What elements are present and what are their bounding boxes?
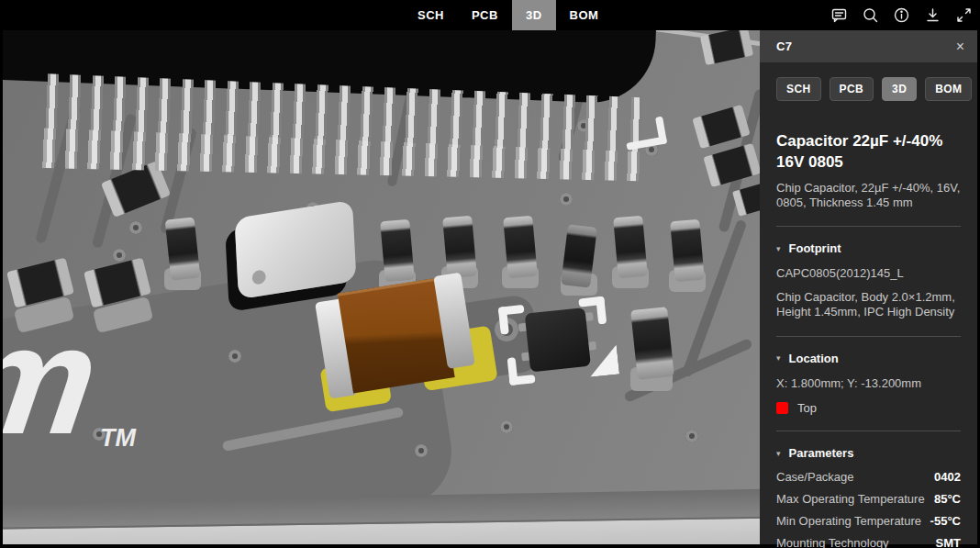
smd-capacitor[interactable] (503, 216, 538, 279)
parameter-value: SMT (936, 536, 961, 548)
comment-icon[interactable] (830, 6, 848, 24)
location-section: ▾ Location X: 1.800mm; Y: -13.200mm Top (776, 337, 961, 416)
parameter-list: Case/Package 0402 Max Operating Temperat… (776, 465, 961, 548)
smd-capacitor[interactable] (380, 219, 415, 283)
location-section-label: Location (789, 352, 839, 365)
footprint-description: Chip Capacitor, Body 2.0×1.2mm, Height 1… (776, 290, 961, 320)
chevron-down-icon: ▾ (776, 449, 781, 458)
top-bar: SCH PCB 3D BOM (0, 0, 980, 30)
tab-pcb[interactable]: PCB (458, 0, 512, 30)
parameter-label: Min Operating Temperature (776, 514, 921, 528)
parameter-label: Max Operating Temperature (776, 492, 925, 506)
component-designator: C7 (776, 39, 956, 53)
chevron-down-icon: ▾ (776, 353, 781, 363)
component-description: Chip Capacitor, 22µF +/-40%, 16V, 0805, … (776, 181, 961, 210)
parameter-value: -55°C (930, 514, 961, 528)
close-icon[interactable]: × (956, 39, 964, 54)
pcb-via (500, 420, 513, 433)
parameters-section: ▾ Parameters Case/Package 0402 Max Opera… (776, 431, 961, 548)
parameter-row: Mounting Technology SMT (776, 531, 961, 548)
panel-tab-bom[interactable]: BOM (925, 77, 972, 101)
footprint-section: ▾ Footprint CAPC0805(2012)145_L Chip Cap… (776, 227, 961, 320)
pcb-via (113, 249, 126, 262)
location-section-header[interactable]: ▾ Location (776, 352, 961, 365)
tab-sch[interactable]: SCH (404, 0, 458, 30)
parameter-row: Max Operating Temperature 85°C (776, 487, 961, 509)
sot-package-group[interactable] (497, 286, 623, 397)
toolbar (830, 0, 973, 30)
footprint-section-header[interactable]: ▾ Footprint (776, 241, 961, 255)
parameters-section-label: Parameters (789, 446, 854, 460)
parameter-value: 0402 (934, 470, 961, 484)
panel-body: Capacitor 22µF +/-40% 16V 0805 Chip Capa… (760, 130, 977, 548)
chevron-down-icon: ▾ (776, 244, 781, 253)
silkscreen-logo-tm: TM (100, 424, 136, 453)
smd-capacitor[interactable] (442, 216, 477, 279)
parameters-section-header[interactable]: ▾ Parameters (776, 446, 961, 460)
smd-chip[interactable] (703, 143, 761, 187)
download-icon[interactable] (924, 6, 941, 24)
footprint-section-label: Footprint (789, 241, 841, 255)
component-name: Capacitor 22µF +/-40% 16V 0805 (776, 130, 961, 173)
view-tabs: SCH PCB 3D BOM (404, 0, 612, 30)
smd-capacitor[interactable] (613, 216, 648, 279)
pcb-via (228, 350, 241, 363)
viewer-window: m TM (0, 0, 980, 548)
info-icon[interactable] (893, 6, 910, 24)
parameter-label: Mounting Technology (776, 536, 889, 548)
parameter-value: 85°C (934, 492, 961, 506)
sot-body (525, 308, 591, 373)
parameter-row: Min Operating Temperature -55°C (776, 509, 961, 531)
panel-tab-sch[interactable]: SCH (776, 77, 821, 101)
component-inspector-panel: C7 × SCH PCB 3D BOM Capacitor 22µF +/-40… (760, 30, 977, 544)
silkscreen-corner (623, 116, 670, 152)
panel-tab-pcb[interactable]: PCB (830, 77, 874, 101)
panel-header: C7 × (760, 30, 977, 62)
layer-name: Top (797, 401, 817, 415)
location-coordinates: X: 1.800mm; Y: -13.200mm (776, 376, 961, 392)
layer-color-swatch (776, 402, 788, 414)
smd-capacitor[interactable] (165, 218, 201, 281)
layer-row: Top (776, 401, 961, 415)
selection-bracket (596, 296, 607, 325)
pcb-via (129, 221, 142, 234)
parameter-label: Case/Package (776, 470, 854, 484)
pcb-via (560, 193, 573, 206)
fullscreen-icon[interactable] (955, 6, 973, 24)
tab-bom[interactable]: BOM (556, 0, 613, 30)
search-icon[interactable] (862, 6, 879, 24)
crystal-pin1-dot (251, 269, 266, 285)
panel-view-tabs: SCH PCB 3D BOM (776, 77, 961, 101)
selection-bracket (509, 375, 536, 386)
footprint-name: CAPC0805(2012)145_L (776, 266, 961, 282)
smd-chip[interactable] (700, 27, 753, 65)
pcb-via (415, 444, 428, 457)
smd-capacitor[interactable] (630, 307, 674, 380)
panel-tab-3d[interactable]: 3D (882, 77, 917, 101)
tab-3d[interactable]: 3D (512, 0, 556, 30)
selected-capacitor-c7[interactable] (314, 272, 484, 414)
pcb-via (685, 430, 698, 442)
parameter-row: Case/Package 0402 (776, 465, 961, 487)
smd-capacitor[interactable] (670, 219, 705, 283)
